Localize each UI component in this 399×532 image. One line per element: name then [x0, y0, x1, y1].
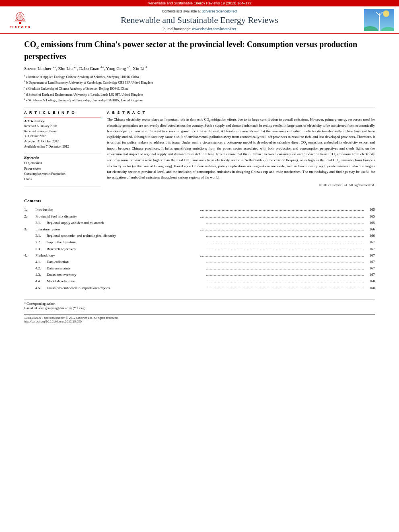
homepage-link[interactable]: www.elsevier.com/locate/rser	[192, 27, 237, 31]
header-divider	[24, 107, 375, 107]
abstract-text: The Chinese electricity sector plays an …	[107, 117, 375, 181]
sciverse-link[interactable]: SciVerse ScienceDirect	[202, 9, 237, 13]
footer-section: * Corresponding author. E-mail address: …	[24, 299, 375, 323]
footer-legal: 1364-0321/$ - see front matter © 2012 El…	[24, 314, 375, 323]
svg-point-6	[383, 10, 389, 17]
toc-item-4-3: 4.3. Emissions inventory 167	[24, 271, 375, 278]
received-date: Received 6 January 2010	[24, 124, 101, 129]
article-history: Article history: Received 6 January 2010…	[24, 117, 101, 150]
journal-center-info: Contents lists available at SciVerse Sci…	[40, 9, 359, 31]
article-info-abstract: A R T I C L E I N F O Article history: R…	[24, 111, 375, 192]
issn-line: 1364-0321/$ - see front matter © 2012 El…	[24, 316, 375, 320]
keyword-consumption: Consumption versus Production	[24, 172, 101, 177]
abstract-column: A B S T R A C T The Chinese electricity …	[107, 111, 375, 192]
history-label: Article history:	[24, 119, 101, 123]
journal-citation-text: Renewable and Sustainable Energy Reviews…	[148, 1, 251, 5]
affiliation-e: e e St. Edmund's College, University of …	[24, 97, 375, 103]
article-info-label: A R T I C L E I N F O	[24, 111, 101, 115]
journal-header: ⚜ ELSEVIER Contents lists available at S…	[0, 6, 399, 34]
article-title: CO2 emissions from China's power sector …	[24, 39, 375, 62]
affiliation-b: b b Department of Land Economy, Universi…	[24, 80, 375, 85]
email-note: E-mail address: gengyong@iae.ac.cn (Y. G…	[24, 306, 375, 310]
left-col-divider	[24, 187, 101, 187]
main-content: CO2 emissions from China's power sector …	[0, 34, 399, 328]
doi-line: http://dx.doi.org/10.1016/j.rser.2012.10…	[24, 320, 375, 323]
elsevier-logo-container: ⚜ ELSEVIER	[4, 9, 36, 31]
toc-item-4-2: 4.2. Data uncertainty 167	[24, 265, 375, 271]
received-revised-date: 30 October 2012	[24, 134, 101, 139]
affiliations: a a Institute of Applied Ecology, Chines…	[24, 74, 375, 103]
affiliation-c: c c Graduate University of Chinese Acade…	[24, 86, 375, 91]
article-info-column: A R T I C L E I N F O Article history: R…	[24, 111, 101, 192]
toc-item-3-3: 3.3. Research objectives 167	[24, 246, 375, 252]
toc-item-4-1: 4.1. Data collection 167	[24, 259, 375, 265]
journal-cover-image	[364, 9, 394, 31]
toc-item-4: 4. Methodology 167	[24, 252, 375, 259]
accepted-date: Accepted 30 October 2012	[24, 139, 101, 144]
keywords-section: Keywords: CO2 emission Power sector Cons…	[24, 154, 101, 182]
toc-item-2-1: 2.1. Regional supply and demand mismatch…	[24, 220, 375, 226]
journal-title: Renewable and Sustainable Energy Reviews	[40, 15, 359, 25]
received-revised-label: Received in revised form	[24, 129, 101, 134]
elsevier-wordmark: ELSEVIER	[10, 25, 31, 29]
affiliation-d: d d School of Earth and Environment, Uni…	[24, 92, 375, 97]
journal-citation-bar: Renewable and Sustainable Energy Reviews…	[0, 0, 399, 6]
keyword-china: China	[24, 177, 101, 182]
keyword-power: Power sector	[24, 166, 101, 172]
affiliation-a: a a Institute of Applied Ecology, Chines…	[24, 74, 375, 80]
available-date: Available online 7 December 2012	[24, 144, 101, 150]
toc-item-3-2: 3.2. Gap in the literature 167	[24, 239, 375, 245]
toc-item-4-4: 4.4. Model development 168	[24, 278, 375, 284]
authors-line: Soeren Lindner a,b, Zhu Liu a,c, Dabo Gu…	[24, 66, 375, 71]
abstract-label: A B S T R A C T	[107, 111, 375, 115]
keywords-label: Keywords:	[24, 156, 101, 160]
elsevier-logo: ⚜ ELSEVIER	[10, 11, 31, 29]
elsevier-tree-icon: ⚜	[10, 11, 30, 25]
toc-item-3: 3. Literature review 166	[24, 226, 375, 232]
toc-item-2: 2. Provincial fuel mix disparity 165	[24, 213, 375, 220]
svg-rect-0	[19, 22, 21, 24]
toc-item-4-5: 4.5. Emissions embodied in imports and e…	[24, 285, 375, 291]
copyright-notice: © 2012 Elsevier Ltd. All rights reserved…	[107, 183, 375, 187]
svg-text:⚜: ⚜	[19, 16, 21, 18]
journal-image-logo	[363, 9, 395, 31]
toc-item-3-1: 3.1. Regional economic- and technologica…	[24, 232, 375, 239]
homepage-line: journal homepage: www.elsevier.com/locat…	[40, 27, 359, 31]
contents-title: Contents	[24, 198, 375, 203]
corresponding-author-note: * Corresponding author.	[24, 302, 375, 306]
contents-section: Contents 1. Introduction 165 2. Provinci…	[24, 198, 375, 291]
toc-item-1: 1. Introduction 165	[24, 206, 375, 213]
keyword-co2: CO2 emission	[24, 161, 101, 166]
sciverse-line: Contents lists available at SciVerse Sci…	[40, 9, 359, 13]
